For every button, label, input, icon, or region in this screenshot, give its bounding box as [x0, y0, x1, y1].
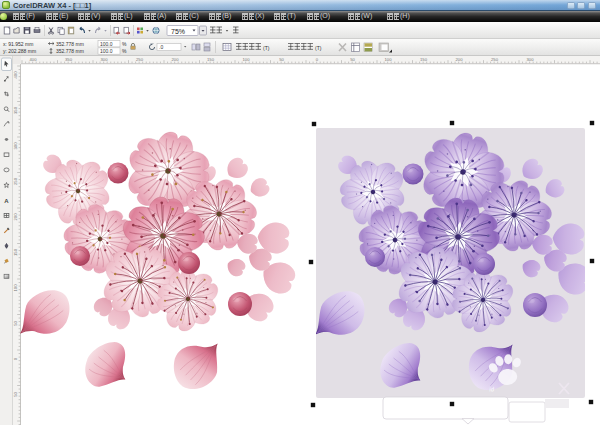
svg-text:%: % [122, 48, 127, 54]
svg-text:100.0: 100.0 [100, 41, 113, 47]
svg-text:(T): (T) [263, 45, 270, 51]
svg-text:50: 50 [350, 57, 355, 62]
svg-text:75%: 75% [171, 28, 185, 35]
svg-text:250: 250 [491, 57, 499, 62]
svg-text:100: 100 [13, 284, 18, 292]
svg-text:400: 400 [30, 57, 38, 62]
svg-text:y: 202.288 mm: y: 202.288 mm [3, 48, 36, 54]
svg-text:100.0: 100.0 [100, 48, 113, 54]
svg-text:150: 150 [13, 248, 18, 256]
svg-text:150: 150 [420, 57, 428, 62]
svg-text:200: 200 [172, 57, 180, 62]
svg-text:100: 100 [385, 57, 393, 62]
svg-text:50: 50 [13, 392, 18, 397]
svg-text:350: 350 [13, 106, 18, 114]
svg-text:250: 250 [13, 177, 18, 185]
svg-text:200: 200 [456, 57, 464, 62]
svg-text:.0: .0 [159, 44, 163, 50]
svg-text:250: 250 [136, 57, 144, 62]
svg-text:(T): (T) [315, 45, 322, 51]
svg-text:350: 350 [65, 57, 73, 62]
svg-text:352.778 mm: 352.778 mm [56, 48, 84, 54]
svg-text:%: % [122, 41, 127, 47]
svg-text:x: 91.952 mm: x: 91.952 mm [3, 41, 33, 47]
svg-text:400: 400 [13, 71, 18, 79]
svg-text:A: A [4, 198, 9, 204]
svg-text:300: 300 [527, 57, 535, 62]
svg-text:352.778 mm: 352.778 mm [56, 41, 84, 47]
svg-text:300: 300 [13, 142, 18, 150]
svg-text:50: 50 [13, 321, 18, 326]
svg-text:100: 100 [243, 57, 251, 62]
svg-text:200: 200 [13, 213, 18, 221]
svg-text:150: 150 [207, 57, 215, 62]
svg-text:50: 50 [279, 57, 284, 62]
svg-text:300: 300 [101, 57, 109, 62]
